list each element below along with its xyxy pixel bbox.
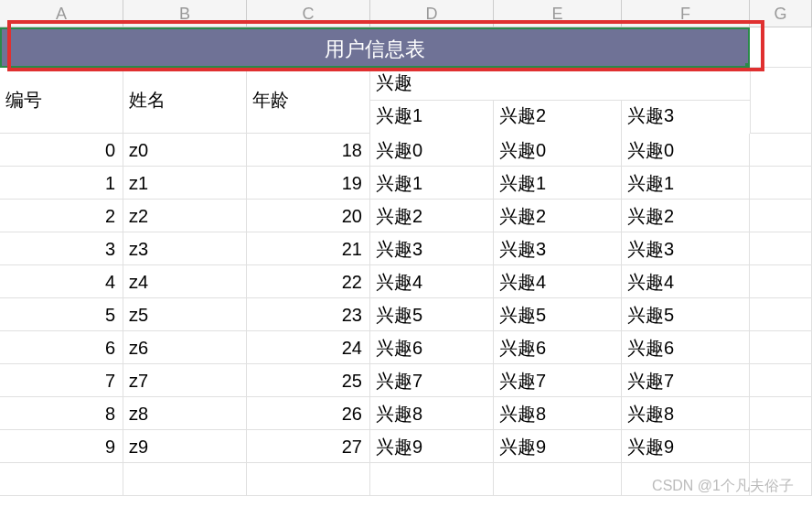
watermark-text: CSDN @1个凡夫俗子 (652, 477, 794, 496)
cell-interest2[interactable]: 兴趣8 (494, 397, 622, 430)
spreadsheet-column-headers: A B C D E F G (0, 0, 812, 27)
cell-id[interactable]: 2 (0, 200, 123, 232)
cell-interest2[interactable]: 兴趣1 (494, 167, 622, 200)
cell-interest3[interactable]: 兴趣4 (622, 265, 750, 298)
cell-interest3[interactable]: 兴趣5 (622, 298, 750, 331)
cell-interest3[interactable]: 兴趣0 (622, 134, 750, 167)
table-row: 2z220兴趣2兴趣2兴趣2 (0, 200, 812, 232)
cell-empty[interactable] (750, 364, 812, 397)
cell-age[interactable]: 27 (247, 430, 370, 463)
cell-id[interactable]: 6 (0, 331, 123, 364)
cell-name[interactable]: z5 (123, 298, 247, 331)
cell-age[interactable]: 19 (247, 167, 370, 200)
cell-empty[interactable] (750, 331, 812, 364)
cell-age[interactable]: 20 (247, 200, 370, 232)
cell-interest2[interactable]: 兴趣0 (494, 134, 622, 167)
cell-name[interactable]: z8 (123, 397, 247, 430)
cell-interest2[interactable]: 兴趣2 (494, 200, 622, 232)
cell-id[interactable]: 1 (0, 167, 123, 200)
cell-interest2[interactable]: 兴趣3 (494, 232, 622, 265)
cell-name[interactable]: z7 (123, 364, 247, 397)
cell-interest3[interactable]: 兴趣8 (622, 397, 750, 430)
cell-age[interactable]: 26 (247, 397, 370, 430)
col-header-f[interactable]: F (622, 0, 750, 27)
cell-age[interactable]: 18 (247, 134, 370, 167)
cell-empty[interactable] (750, 265, 812, 298)
cell-empty[interactable] (494, 463, 622, 496)
cell-interest3[interactable]: 兴趣7 (622, 364, 750, 397)
cell-name[interactable]: z6 (123, 331, 247, 364)
cell-empty[interactable] (750, 397, 812, 430)
cell-interest1[interactable]: 兴趣6 (370, 331, 494, 364)
cell-interest3[interactable]: 兴趣9 (622, 430, 750, 463)
cell-id[interactable]: 8 (0, 397, 123, 430)
cell-interest1[interactable]: 兴趣0 (370, 134, 494, 167)
cell-empty[interactable] (750, 167, 812, 200)
cell-interest1[interactable]: 兴趣2 (370, 200, 494, 232)
cell-interest2[interactable]: 兴趣9 (494, 430, 622, 463)
cell-empty[interactable] (750, 298, 812, 331)
col-header-e[interactable]: E (494, 0, 622, 27)
cell-interest2[interactable]: 兴趣4 (494, 265, 622, 298)
cell-empty[interactable] (0, 463, 123, 496)
header-interest3[interactable]: 兴趣3 (622, 101, 750, 134)
header-interest-group[interactable]: 兴趣 (370, 68, 750, 101)
header-name[interactable]: 姓名 (123, 68, 247, 134)
cell-interest1[interactable]: 兴趣1 (370, 167, 494, 200)
header-id[interactable]: 编号 (0, 68, 123, 134)
table-row: 8z826兴趣8兴趣8兴趣8 (0, 397, 812, 430)
cell-id[interactable]: 5 (0, 298, 123, 331)
cell-id[interactable]: 7 (0, 364, 123, 397)
cell-empty[interactable] (750, 430, 812, 463)
cell-empty[interactable] (750, 27, 812, 68)
cell-interest1[interactable]: 兴趣8 (370, 397, 494, 430)
table-row: 9z927兴趣9兴趣9兴趣9 (0, 430, 812, 463)
table-row: 4z422兴趣4兴趣4兴趣4 (0, 265, 812, 298)
cell-interest3[interactable]: 兴趣6 (622, 331, 750, 364)
cell-id[interactable]: 4 (0, 265, 123, 298)
cell-empty[interactable] (123, 463, 247, 496)
cell-interest2[interactable]: 兴趣5 (494, 298, 622, 331)
cell-empty[interactable] (750, 200, 812, 232)
table-row: 5z523兴趣5兴趣5兴趣5 (0, 298, 812, 331)
cell-id[interactable]: 0 (0, 134, 123, 167)
header-age[interactable]: 年龄 (247, 68, 370, 134)
cell-empty[interactable] (750, 232, 812, 265)
cell-interest2[interactable]: 兴趣6 (494, 331, 622, 364)
cell-name[interactable]: z9 (123, 430, 247, 463)
cell-interest1[interactable]: 兴趣5 (370, 298, 494, 331)
cell-interest3[interactable]: 兴趣1 (622, 167, 750, 200)
cell-empty[interactable] (750, 134, 812, 167)
cell-age[interactable]: 22 (247, 265, 370, 298)
cell-age[interactable]: 24 (247, 331, 370, 364)
col-header-c[interactable]: C (247, 0, 370, 27)
cell-id[interactable]: 3 (0, 232, 123, 265)
cell-id[interactable]: 9 (0, 430, 123, 463)
cell-empty[interactable] (370, 463, 494, 496)
title-merged-cell[interactable]: 用户信息表 (0, 27, 750, 68)
cell-interest3[interactable]: 兴趣2 (622, 200, 750, 232)
col-header-g[interactable]: G (750, 0, 812, 27)
cell-interest1[interactable]: 兴趣3 (370, 232, 494, 265)
cell-interest2[interactable]: 兴趣7 (494, 364, 622, 397)
cell-interest3[interactable]: 兴趣3 (622, 232, 750, 265)
header-interest1[interactable]: 兴趣1 (370, 101, 494, 134)
cell-age[interactable]: 25 (247, 364, 370, 397)
col-header-d[interactable]: D (370, 0, 494, 27)
cell-name[interactable]: z0 (123, 134, 247, 167)
cell-age[interactable]: 23 (247, 298, 370, 331)
cell-name[interactable]: z1 (123, 167, 247, 200)
cell-interest1[interactable]: 兴趣7 (370, 364, 494, 397)
header-interest2[interactable]: 兴趣2 (494, 101, 622, 134)
cell-empty[interactable] (247, 463, 370, 496)
cell-interest1[interactable]: 兴趣4 (370, 265, 494, 298)
cell-interest1[interactable]: 兴趣9 (370, 430, 494, 463)
table-row: 7z725兴趣7兴趣7兴趣7 (0, 364, 812, 397)
cell-name[interactable]: z4 (123, 265, 247, 298)
col-header-a[interactable]: A (0, 0, 123, 27)
cell-name[interactable]: z2 (123, 200, 247, 232)
cell-age[interactable]: 21 (247, 232, 370, 265)
cell-name[interactable]: z3 (123, 232, 247, 265)
col-header-b[interactable]: B (123, 0, 247, 27)
cell-empty[interactable] (750, 68, 812, 134)
